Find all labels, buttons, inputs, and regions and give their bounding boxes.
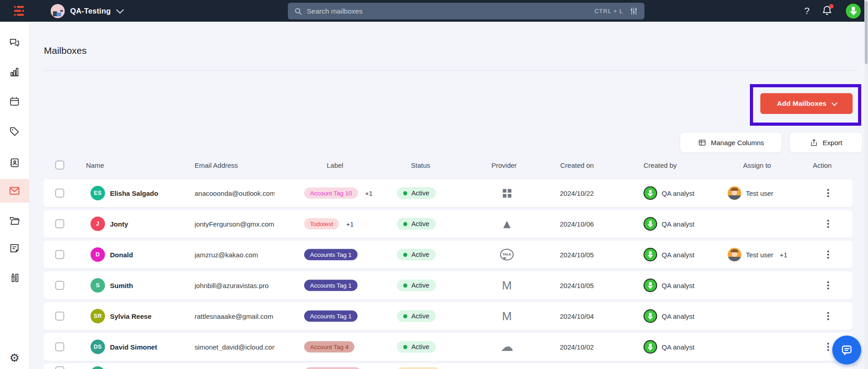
row-checkbox[interactable] <box>55 189 64 198</box>
chat-support-fab[interactable] <box>832 336 861 364</box>
status-text: Active <box>411 312 429 320</box>
row-checkbox[interactable] <box>55 312 64 321</box>
mailboxes-envelope-icon <box>9 185 20 197</box>
main-content: Mailboxes Add Mailboxes Manage Columns E… <box>29 22 868 369</box>
down-arrow-icon <box>648 192 653 195</box>
email-address: simonet_david@icloud.com <box>195 343 275 351</box>
columns-icon <box>698 138 706 147</box>
mailbox-name[interactable]: Jonty <box>110 220 128 228</box>
label-tag[interactable]: Account Tag 10 <box>304 188 358 199</box>
manage-columns-button[interactable]: Manage Columns <box>680 132 782 153</box>
col-assign-to[interactable]: Assign to <box>743 161 771 169</box>
notification-bell-icon[interactable] <box>821 5 833 17</box>
col-created-on[interactable]: Created on <box>560 161 594 169</box>
col-status[interactable]: Status <box>411 161 430 169</box>
label-more-count[interactable]: +1 <box>365 189 373 197</box>
row-checkbox[interactable] <box>55 250 64 259</box>
row-actions-menu[interactable] <box>822 279 835 292</box>
row-actions-menu[interactable] <box>822 218 835 230</box>
status-dot <box>403 345 407 349</box>
status-badge: Active <box>397 279 436 291</box>
row-actions-menu[interactable] <box>822 187 835 199</box>
creator-name: QA analyst <box>662 189 695 197</box>
label-tag[interactable]: Accounts Tag 1 <box>304 249 358 260</box>
mailboxes-table: Name Email Address Label Status Provider… <box>43 157 853 369</box>
created-on-date: 2024/10/02 <box>560 343 594 351</box>
label-tag[interactable]: Todotest <box>304 218 339 230</box>
label-tag[interactable]: Accounts Tag 1 <box>304 311 358 322</box>
tag-icon <box>9 126 20 137</box>
creator-name: QA analyst <box>662 282 695 289</box>
mailbox-name[interactable]: David Simonet <box>110 343 157 351</box>
help-icon[interactable] <box>804 5 810 16</box>
creator-name: QA analyst <box>662 251 695 259</box>
table-row: SR Sylvia Reese rattlesnaaake@gmail.com … <box>43 302 853 330</box>
provider-icon <box>499 246 515 263</box>
label-cell: Todotest +1 <box>304 218 354 230</box>
row-checkbox[interactable] <box>55 281 64 290</box>
export-button[interactable]: Export <box>789 132 863 153</box>
label-tag[interactable]: Account Tag 4 <box>304 341 354 353</box>
sidebar-item-settings[interactable] <box>8 351 21 364</box>
mailbox-name[interactable]: Donald <box>110 251 133 259</box>
search-input[interactable] <box>307 7 590 15</box>
manage-columns-label: Manage Columns <box>711 139 764 147</box>
table-row: DS David Simonet simonet_david@icloud.co… <box>43 333 853 361</box>
filter-sliders-icon[interactable] <box>630 7 638 15</box>
assignee-more-count[interactable]: +1 <box>780 251 787 259</box>
topbar-actions <box>804 0 863 22</box>
status-dot <box>403 222 407 226</box>
mailbox-name[interactable]: Elisha Salgado <box>110 189 158 197</box>
table-row: D Donald jamzruz@kakao.com Accounts Tag … <box>43 241 853 269</box>
col-created-by[interactable]: Created by <box>644 161 677 169</box>
avatar: DS <box>91 340 105 354</box>
sidebar-item-tools[interactable] <box>8 271 21 284</box>
email-address: johnbill@azuravistas.pro <box>195 282 275 289</box>
settings-gear-icon <box>10 352 19 364</box>
sidebar-item-notes[interactable] <box>8 242 21 255</box>
user-avatar[interactable] <box>845 3 862 19</box>
page-title: Mailboxes <box>44 45 87 56</box>
label-tag[interactable]: Accounts Tag 1 <box>304 280 358 291</box>
row-checkbox[interactable] <box>55 219 64 228</box>
sidebar-item-calendar[interactable] <box>8 95 21 108</box>
sidebar-item-tags[interactable] <box>8 125 21 138</box>
col-email-address[interactable]: Email Address <box>195 161 238 169</box>
mailbox-name[interactable]: Sylvia Reese <box>110 312 152 320</box>
sidebar-item-folders[interactable] <box>8 214 21 227</box>
col-provider[interactable]: Provider <box>491 161 517 169</box>
col-name[interactable]: Name <box>86 161 104 169</box>
mailbox-name[interactable]: Sumith <box>110 282 133 289</box>
sidebar-item-mailboxes[interactable] <box>8 184 21 197</box>
avatar: D <box>91 247 105 262</box>
created-by-cell: QA analyst <box>644 340 695 354</box>
col-action[interactable]: Action <box>813 161 832 169</box>
table-row: ES Elisha Salgado anacooonda@outlook.com… <box>43 179 853 207</box>
chat-bubble-icon <box>840 343 854 357</box>
label-more-count[interactable]: +1 <box>346 220 354 227</box>
row-checkbox[interactable] <box>55 366 64 369</box>
sidebar-item-chat[interactable] <box>8 36 21 49</box>
scrollbar-thumb[interactable] <box>865 1 868 64</box>
folder-icon <box>9 215 20 227</box>
sidebar-item-analytics[interactable] <box>8 66 21 78</box>
sidebar-item-contacts[interactable] <box>8 156 21 169</box>
select-all-checkbox[interactable] <box>55 161 64 170</box>
avatar <box>91 366 105 369</box>
page-scrollbar[interactable] <box>864 0 868 369</box>
add-mailboxes-button[interactable]: Add Mailboxes <box>760 93 853 114</box>
chevron-down-icon <box>116 6 124 14</box>
label-cell: Accounts Tag 1 <box>304 280 365 291</box>
row-actions-menu[interactable] <box>822 310 835 322</box>
col-label[interactable]: Label <box>327 161 343 169</box>
workspace-switcher[interactable]: QA-Testing <box>51 0 122 22</box>
status-dot <box>403 314 407 318</box>
table-header: Name Email Address Label Status Provider… <box>43 157 853 173</box>
down-arrow-icon <box>850 9 857 13</box>
row-checkbox[interactable] <box>55 342 64 351</box>
created-on-date: 2024/10/22 <box>560 189 594 197</box>
search-bar[interactable]: CTRL + L <box>288 3 644 19</box>
status-text: Active <box>411 220 429 227</box>
brand-logo[interactable] <box>13 4 26 18</box>
row-actions-menu[interactable] <box>822 248 835 261</box>
